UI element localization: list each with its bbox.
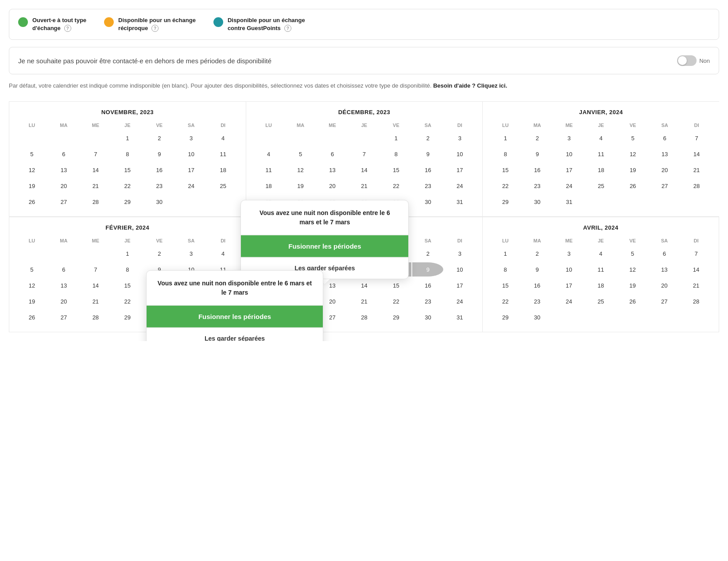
cal-day[interactable]: 5 bbox=[625, 246, 639, 261]
cal-day[interactable]: 10 bbox=[562, 147, 576, 161]
cal-day[interactable]: 6 bbox=[57, 262, 71, 277]
cal-day[interactable]: 30 bbox=[530, 195, 544, 209]
cal-day[interactable]: 1 bbox=[498, 131, 512, 145]
cal-day[interactable]: 1 bbox=[498, 246, 512, 261]
cal-day[interactable]: 5 bbox=[25, 262, 39, 277]
cal-day[interactable]: 21 bbox=[357, 294, 371, 308]
cal-day[interactable]: 7 bbox=[689, 131, 704, 145]
cal-day[interactable]: 10 bbox=[562, 262, 576, 277]
cal-day[interactable]: 11 bbox=[594, 262, 608, 277]
cal-day[interactable]: 21 bbox=[89, 179, 103, 193]
cal-day[interactable]: 7 bbox=[357, 147, 371, 161]
cal-day[interactable]: 2 bbox=[530, 246, 544, 261]
cal-day[interactable]: 19 bbox=[25, 294, 39, 308]
cal-day[interactable]: 17 bbox=[453, 163, 467, 177]
cal-day[interactable]: 16 bbox=[152, 163, 167, 177]
cal-day[interactable]: 19 bbox=[294, 179, 308, 193]
cal-day[interactable]: 18 bbox=[216, 163, 230, 177]
cal-day[interactable]: 18 bbox=[594, 278, 608, 292]
cal-day[interactable]: 20 bbox=[657, 278, 671, 292]
cal-day[interactable]: 2 bbox=[421, 131, 435, 145]
cal-day[interactable]: 2 bbox=[530, 131, 544, 145]
cal-day[interactable]: 27 bbox=[657, 294, 671, 308]
cal-day[interactable]: 5 bbox=[626, 131, 640, 145]
cal-day[interactable]: 23 bbox=[152, 179, 167, 193]
cal-day[interactable]: 28 bbox=[89, 310, 103, 324]
cal-day[interactable]: 14 bbox=[89, 163, 103, 177]
cal-day[interactable]: 30 bbox=[152, 195, 167, 209]
cal-day[interactable]: 27 bbox=[658, 179, 672, 193]
cal-day[interactable]: 14 bbox=[689, 262, 703, 277]
cal-day[interactable]: 19 bbox=[25, 179, 39, 193]
cal-day[interactable]: 30 bbox=[530, 310, 544, 324]
cal-day[interactable]: 20 bbox=[658, 163, 672, 177]
cal-day[interactable]: 15 bbox=[498, 278, 512, 292]
cal-day[interactable]: 24 bbox=[453, 179, 467, 193]
cal-day[interactable]: 12 bbox=[626, 147, 640, 161]
cal-day[interactable]: 23 bbox=[421, 179, 435, 193]
cal-day[interactable]: 2 bbox=[152, 131, 167, 145]
cal-day[interactable]: 2 bbox=[152, 246, 167, 261]
keep-separate-button[interactable]: Les garder séparées bbox=[147, 328, 323, 341]
cal-day[interactable]: 10 bbox=[184, 147, 198, 161]
cal-day[interactable]: 18 bbox=[262, 179, 276, 193]
cal-day[interactable]: 15 bbox=[498, 163, 512, 177]
cal-day[interactable]: 24 bbox=[453, 294, 467, 308]
cal-day[interactable]: 2 bbox=[421, 246, 435, 261]
cal-day[interactable]: 29 bbox=[120, 195, 135, 209]
cal-day[interactable]: 6 bbox=[57, 147, 71, 161]
cal-day[interactable]: 7 bbox=[89, 262, 103, 277]
cal-day[interactable]: 19 bbox=[625, 278, 639, 292]
cal-day[interactable]: 17 bbox=[562, 163, 576, 177]
cal-day[interactable]: 12 bbox=[25, 278, 39, 292]
cal-day[interactable]: 29 bbox=[120, 310, 135, 324]
cal-day[interactable]: 25 bbox=[594, 179, 608, 193]
cal-day[interactable]: 3 bbox=[562, 131, 576, 145]
cal-day[interactable]: 8 bbox=[120, 147, 135, 161]
cal-day[interactable]: 23 bbox=[421, 294, 435, 308]
cal-day[interactable]: 1 bbox=[389, 131, 403, 145]
cal-day[interactable]: 30 bbox=[421, 195, 435, 209]
cal-day[interactable]: 10 bbox=[453, 262, 467, 277]
cal-day[interactable]: 9 bbox=[421, 147, 435, 161]
cal-day[interactable]: 4 bbox=[594, 246, 608, 261]
cal-day[interactable]: 8 bbox=[389, 147, 403, 161]
cal-day[interactable]: 11 bbox=[216, 147, 230, 161]
cal-day[interactable]: 7 bbox=[89, 147, 103, 161]
cal-day[interactable]: 8 bbox=[498, 262, 512, 277]
cal-day[interactable]: 4 bbox=[594, 131, 608, 145]
cal-day[interactable]: 10 bbox=[453, 147, 467, 161]
cal-day[interactable]: 16 bbox=[421, 278, 435, 292]
cal-day[interactable]: 15 bbox=[389, 163, 403, 177]
cal-day[interactable]: 20 bbox=[57, 294, 71, 308]
cal-day[interactable]: 27 bbox=[57, 195, 71, 209]
cal-day[interactable]: 9 bbox=[530, 147, 544, 161]
cal-day[interactable]: 3 bbox=[184, 246, 198, 261]
cal-day[interactable]: 24 bbox=[184, 179, 198, 193]
toggle-track[interactable] bbox=[677, 55, 697, 66]
cal-day[interactable]: 24 bbox=[562, 179, 576, 193]
cal-day[interactable]: 28 bbox=[357, 310, 371, 324]
cal-day[interactable]: 19 bbox=[626, 163, 640, 177]
toggle-switch[interactable]: Non bbox=[677, 55, 710, 66]
cal-day[interactable]: 3 bbox=[453, 131, 467, 145]
cal-day[interactable]: 21 bbox=[357, 179, 371, 193]
cal-day[interactable]: 13 bbox=[57, 278, 71, 292]
cal-day[interactable]: 1 bbox=[120, 131, 135, 145]
cal-day[interactable]: 20 bbox=[57, 179, 71, 193]
cal-day[interactable]: 20 bbox=[325, 179, 340, 193]
cal-day[interactable]: 23 bbox=[530, 294, 544, 308]
cal-day[interactable]: 21 bbox=[689, 278, 703, 292]
cal-day[interactable]: 20 bbox=[325, 294, 340, 308]
cal-day[interactable]: 29 bbox=[498, 310, 512, 324]
help-icon-open[interactable]: ? bbox=[64, 25, 71, 32]
cal-day[interactable]: 1 bbox=[120, 246, 135, 261]
merge-button[interactable]: Fusionner les périodes bbox=[241, 235, 408, 257]
cal-day[interactable]: 13 bbox=[658, 147, 672, 161]
cal-day[interactable]: 13 bbox=[57, 163, 71, 177]
cal-day[interactable]: 26 bbox=[626, 179, 640, 193]
cal-day[interactable]: 18 bbox=[594, 163, 608, 177]
cal-day[interactable]: 28 bbox=[689, 294, 703, 308]
cal-day[interactable]: 6 bbox=[657, 246, 671, 261]
cal-day[interactable]: 15 bbox=[120, 278, 135, 292]
